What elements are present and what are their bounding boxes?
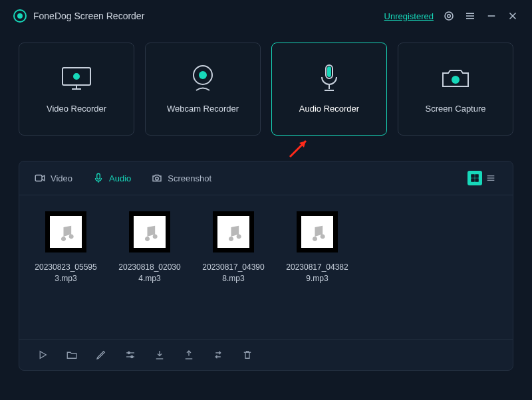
monitor-icon xyxy=(60,65,93,92)
mode-label: Webcam Recorder xyxy=(167,104,239,114)
svg-rect-25 xyxy=(471,175,475,178)
svg-rect-15 xyxy=(327,66,331,77)
folder-icon[interactable] xyxy=(66,349,78,361)
svg-point-13 xyxy=(199,71,207,79)
file-thumbnail xyxy=(129,211,170,252)
file-name: 20230818_020304.mp3 xyxy=(118,262,182,284)
panel-tabs: Video Audio Screenshot xyxy=(19,161,513,195)
edit-icon[interactable] xyxy=(95,349,107,361)
titlebar: FoneDog Screen Recorder Unregistered xyxy=(0,0,532,32)
file-thumbnail xyxy=(213,211,254,252)
file-thumbnail xyxy=(45,211,86,252)
mode-video-recorder[interactable]: Video Recorder xyxy=(19,43,134,136)
minimize-icon[interactable] xyxy=(485,10,497,22)
svg-point-35 xyxy=(128,352,130,354)
file-toolbar xyxy=(19,339,513,370)
svg-line-19 xyxy=(290,141,306,157)
file-thumbnail xyxy=(297,211,338,252)
svg-point-9 xyxy=(73,73,80,80)
settings-icon[interactable] xyxy=(443,10,455,22)
svg-point-1 xyxy=(448,15,451,18)
mode-label: Screen Capture xyxy=(425,104,485,114)
svg-rect-22 xyxy=(97,173,100,179)
recordings-panel: Video Audio Screenshot 20230823_055953.m… xyxy=(19,161,513,371)
view-toggle xyxy=(467,171,498,185)
svg-point-24 xyxy=(156,177,159,181)
webcam-icon xyxy=(190,65,216,92)
svg-rect-21 xyxy=(35,175,42,181)
file-name: 20230823_055953.mp3 xyxy=(34,262,98,284)
share-icon[interactable] xyxy=(183,349,195,361)
mode-screen-capture[interactable]: Screen Capture xyxy=(398,43,513,136)
svg-rect-26 xyxy=(475,175,479,178)
grid-view-button[interactable] xyxy=(467,171,482,185)
annotation-arrow xyxy=(286,134,313,161)
svg-marker-20 xyxy=(299,141,306,148)
file-item[interactable]: 20230818_020304.mp3 xyxy=(118,211,182,332)
file-grid: 20230823_055953.mp3 20230818_020304.mp3 … xyxy=(19,195,513,339)
tab-label: Audio xyxy=(109,173,131,183)
file-item[interactable]: 20230823_055953.mp3 xyxy=(34,211,98,332)
sliders-icon[interactable] xyxy=(124,349,136,361)
convert-icon[interactable] xyxy=(212,349,224,361)
list-view-button[interactable] xyxy=(483,171,498,185)
play-icon[interactable] xyxy=(37,349,49,361)
file-item[interactable]: 20230817_043908.mp3 xyxy=(201,211,265,332)
tab-label: Screenshot xyxy=(168,173,211,183)
close-icon[interactable] xyxy=(507,10,519,22)
svg-point-0 xyxy=(445,12,453,20)
file-name: 20230817_043829.mp3 xyxy=(285,262,349,284)
microphone-icon xyxy=(318,65,340,92)
svg-point-36 xyxy=(131,356,133,358)
tab-label: Video xyxy=(51,173,72,183)
trash-icon[interactable] xyxy=(241,349,253,361)
mode-label: Audio Recorder xyxy=(299,104,359,114)
svg-rect-27 xyxy=(471,179,475,182)
file-item[interactable]: 20230817_043829.mp3 xyxy=(285,211,349,332)
app-logo xyxy=(13,9,27,23)
svg-point-18 xyxy=(452,76,460,84)
tab-audio[interactable]: Audio xyxy=(92,172,131,184)
mode-selector: Video Recorder Webcam Recorder Audio Rec… xyxy=(0,32,532,136)
titlebar-right: Unregistered xyxy=(384,10,519,22)
camera-icon xyxy=(440,65,471,92)
menu-icon[interactable] xyxy=(464,10,476,22)
mode-webcam-recorder[interactable]: Webcam Recorder xyxy=(145,43,261,136)
file-name: 20230817_043908.mp3 xyxy=(201,262,265,284)
svg-rect-28 xyxy=(475,179,479,182)
download-icon[interactable] xyxy=(154,349,166,361)
tab-video[interactable]: Video xyxy=(34,172,72,184)
mode-audio-recorder[interactable]: Audio Recorder xyxy=(271,43,387,136)
unregistered-link[interactable]: Unregistered xyxy=(384,11,434,21)
mode-label: Video Recorder xyxy=(47,104,106,114)
svg-marker-32 xyxy=(40,351,46,359)
tab-screenshot[interactable]: Screenshot xyxy=(151,172,211,184)
app-title: FoneDog Screen Recorder xyxy=(33,11,144,21)
